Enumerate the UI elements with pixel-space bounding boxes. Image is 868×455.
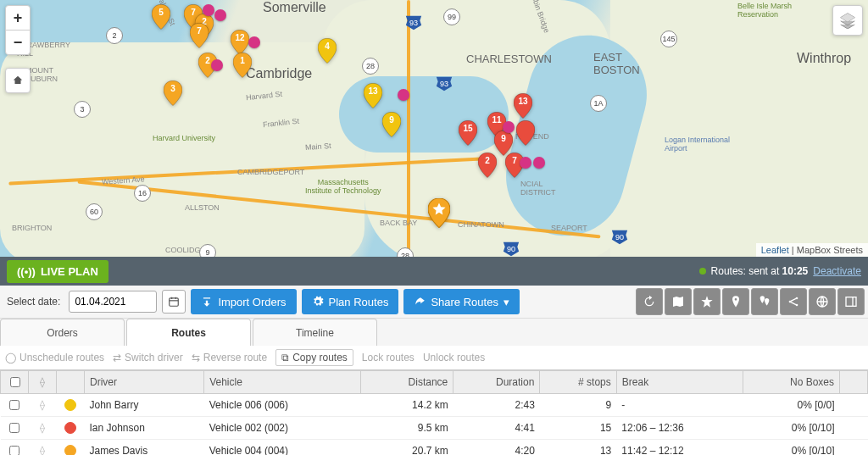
header-distance[interactable]: Distance xyxy=(360,371,453,394)
switch-driver-button[interactable]: ⇄Switch driver xyxy=(113,352,183,363)
import-orders-button[interactable]: Import Orders xyxy=(191,289,296,314)
route-shield-99: 99 xyxy=(443,8,460,25)
toolbar-icon-group xyxy=(636,288,865,315)
cell-break: 12:06 – 12:36 xyxy=(616,417,743,440)
tab-orders[interactable]: Orders xyxy=(0,319,125,346)
refresh-button[interactable] xyxy=(636,288,663,315)
multi-pin-button[interactable] xyxy=(751,288,778,315)
unlock-routes-button[interactable]: Unlock routes xyxy=(423,352,485,363)
pin-button[interactable] xyxy=(722,288,749,315)
calendar-icon xyxy=(168,296,180,308)
header-driver[interactable]: Driver xyxy=(85,371,204,394)
route-color-dot xyxy=(64,399,76,411)
map-pin[interactable]: 13 xyxy=(364,83,382,108)
cell-duration: 4:41 xyxy=(453,417,540,440)
row-checkbox[interactable] xyxy=(9,446,19,455)
multi-pin-icon xyxy=(758,295,771,308)
hwy-shield-93b: 93 xyxy=(435,75,453,93)
route-shield-28: 28 xyxy=(362,58,379,75)
route-shield-9: 9 xyxy=(199,244,216,257)
calendar-button[interactable] xyxy=(162,290,186,314)
tab-timeline[interactable]: Timeline xyxy=(253,319,377,346)
map-dot[interactable] xyxy=(211,59,223,71)
map-dot[interactable] xyxy=(203,4,214,16)
map-pin[interactable]: 9 xyxy=(382,112,401,137)
map-dot[interactable] xyxy=(214,9,226,21)
header-stops[interactable]: # stops xyxy=(540,371,616,394)
map-pin[interactable]: 2 xyxy=(478,153,497,178)
hwy-shield-93: 93 xyxy=(404,14,423,32)
map-dot[interactable] xyxy=(533,157,545,169)
map-pin[interactable]: 13 xyxy=(514,93,532,119)
cell-break: 11:42 – 12:12 xyxy=(616,440,743,456)
cell-noboxes: 0% [0/0] xyxy=(743,394,840,417)
tab-routes[interactable]: Routes xyxy=(126,319,251,346)
map-pin[interactable] xyxy=(516,120,535,146)
live-plan-bar: ((•)) LIVE PLAN Routes: sent at 10:25 De… xyxy=(0,257,868,286)
copy-routes-button[interactable]: ⧉Copy routes xyxy=(275,349,353,366)
hwy-shield-90b: 90 xyxy=(610,228,629,247)
row-checkbox[interactable] xyxy=(9,423,19,433)
sort-icon-header[interactable]: ⟠ xyxy=(29,371,57,394)
zoom-out-button[interactable]: − xyxy=(6,31,30,54)
header-vehicle[interactable]: Vehicle xyxy=(204,371,360,394)
zoom-in-button[interactable]: + xyxy=(6,6,30,31)
cell-vehicle: Vehicle 002 (002) xyxy=(204,417,360,440)
layers-button[interactable] xyxy=(832,5,863,36)
live-plan-badge[interactable]: ((•)) LIVE PLAN xyxy=(7,260,108,283)
map-pin[interactable]: 1 xyxy=(233,53,252,78)
route-shield-16: 16 xyxy=(134,185,151,202)
share-button[interactable] xyxy=(780,288,807,315)
cell-duration: 2:43 xyxy=(453,394,540,417)
pin-icon xyxy=(729,295,743,308)
deactivate-link[interactable]: Deactivate xyxy=(813,265,861,277)
table-row[interactable]: ⟠James DavisVehicle 004 (004)20.7 km4:20… xyxy=(1,440,868,456)
map-pin[interactable]: 4 xyxy=(318,38,337,64)
cell-stops: 13 xyxy=(540,440,616,456)
live-plan-status: Routes: sent at 10:25 Deactivate xyxy=(699,265,861,277)
row-checkbox[interactable] xyxy=(9,400,19,410)
lock-routes-button[interactable]: Lock routes xyxy=(362,352,415,363)
plan-routes-button[interactable]: Plan Routes xyxy=(302,289,399,314)
map-canvas[interactable]: Somerville Cambridge CHARLESTOWN EAST BO… xyxy=(0,0,868,257)
leaflet-link[interactable]: Leaflet xyxy=(761,245,789,255)
panel-button[interactable] xyxy=(837,288,865,315)
route-shield-3: 3 xyxy=(74,101,91,118)
header-noboxes[interactable]: No Boxes xyxy=(743,371,840,394)
cell-vehicle: Vehicle 006 (006) xyxy=(204,394,360,417)
header-break[interactable]: Break xyxy=(616,371,743,394)
unschedule-icon: ◯ xyxy=(5,352,16,363)
import-icon xyxy=(201,296,213,308)
depot-star-pin[interactable] xyxy=(428,198,450,227)
content-tabs: Orders Routes Timeline xyxy=(0,319,868,346)
unschedule-routes-button[interactable]: ◯Unschedule routes xyxy=(5,352,104,363)
map-pin[interactable]: 5 xyxy=(152,4,170,30)
map-pin[interactable]: 3 xyxy=(164,80,182,106)
date-input[interactable] xyxy=(69,291,157,313)
map-pin[interactable]: 12 xyxy=(231,30,249,55)
share-routes-button[interactable]: Share Routes ▾ xyxy=(403,289,520,314)
map-toggle-button[interactable] xyxy=(665,288,692,315)
zoom-control: + − xyxy=(5,5,31,55)
table-row[interactable]: ⟠John BarryVehicle 006 (006)14.2 km2:439… xyxy=(1,394,868,417)
table-row[interactable]: ⟠Ian JohnsonVehicle 002 (002)9.5 km4:411… xyxy=(1,417,868,440)
select-all-checkbox[interactable] xyxy=(10,377,20,387)
globe-button[interactable] xyxy=(809,288,836,315)
main-toolbar: Select date: Import Orders Plan Routes S… xyxy=(0,286,868,319)
cell-driver: John Barry xyxy=(85,394,204,417)
home-button[interactable] xyxy=(5,68,31,93)
map-dot[interactable] xyxy=(398,89,409,101)
map-dot[interactable] xyxy=(520,157,531,169)
map-pin[interactable]: 7 xyxy=(190,23,209,48)
star-button[interactable] xyxy=(693,288,721,315)
cell-driver: Ian Johnson xyxy=(85,417,204,440)
header-duration[interactable]: Duration xyxy=(453,371,540,394)
cell-distance: 9.5 km xyxy=(360,417,453,440)
map-dot[interactable] xyxy=(248,36,260,48)
cell-noboxes: 0% [0/10] xyxy=(743,417,840,440)
reverse-route-button[interactable]: ⇆Reverse route xyxy=(192,352,267,363)
map-dot[interactable] xyxy=(503,121,515,133)
cell-driver: James Davis xyxy=(85,440,204,456)
home-icon xyxy=(12,75,24,86)
map-pin[interactable]: 15 xyxy=(459,120,477,146)
